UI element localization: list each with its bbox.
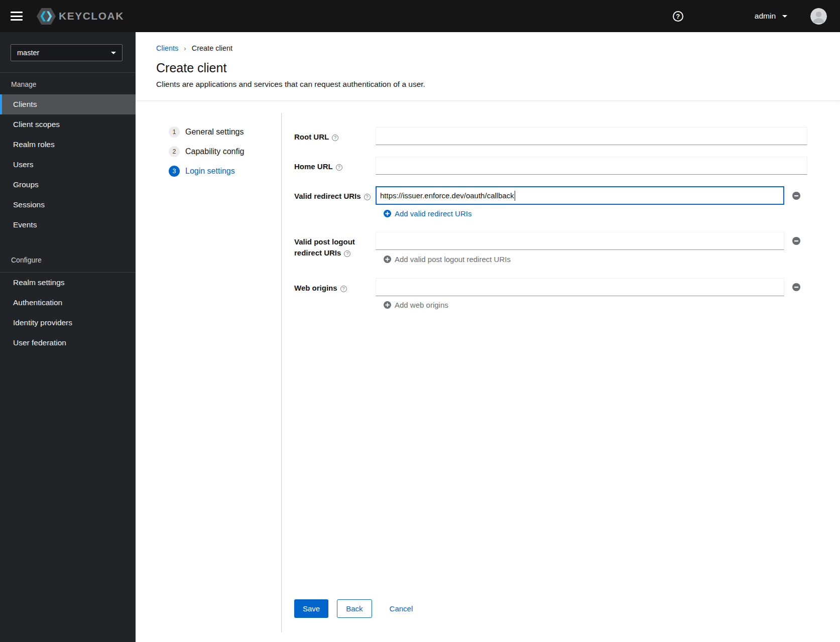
page-description: Clients are applications and services th… xyxy=(156,80,840,89)
add-valid-redirect-uri-button[interactable]: Add valid redirect URIs xyxy=(384,209,471,218)
sidebar-item-users[interactable]: Users xyxy=(0,155,136,175)
plus-circle-icon xyxy=(384,255,391,263)
keycloak-logo-icon xyxy=(37,8,56,25)
question-help-icon[interactable]: ? xyxy=(364,194,371,200)
realm-selector-value: master xyxy=(17,49,39,57)
valid-redirect-uris-label: Valid redirect URIs? xyxy=(294,186,376,218)
breadcrumb-clients-link[interactable]: Clients xyxy=(156,44,178,52)
step-2-indicator: 2 xyxy=(169,146,180,157)
page-title: Create client xyxy=(156,61,840,75)
wizard-step-login-settings[interactable]: 3 Login settings xyxy=(169,166,281,177)
save-button[interactable]: Save xyxy=(294,599,328,618)
step-3-indicator: 3 xyxy=(169,166,180,177)
username: admin xyxy=(755,12,776,21)
sidebar-item-client-scopes[interactable]: Client scopes xyxy=(0,114,136,135)
sidebar-item-identity-providers[interactable]: Identity providers xyxy=(0,313,136,333)
web-origins-label: Web origins? xyxy=(294,278,376,309)
login-settings-form: Root URL? Home URL? Valid redirect URIs? xyxy=(281,113,840,632)
keycloak-logo: KEYCLOAK xyxy=(37,8,124,25)
step-1-indicator: 1 xyxy=(169,126,180,138)
wizard-steps-nav: 1 General settings 2 Capability config 3… xyxy=(136,101,281,642)
add-web-origin-button[interactable]: Add web origins xyxy=(384,301,448,309)
breadcrumb-chevron-icon: › xyxy=(184,45,186,52)
sidebar-item-realm-settings[interactable]: Realm settings xyxy=(0,273,136,293)
masthead-toolbar: ? admin xyxy=(673,8,840,25)
plus-circle-icon xyxy=(384,210,391,217)
page-header: Clients › Create client Create client Cl… xyxy=(136,32,840,101)
web-origins-input[interactable] xyxy=(376,278,784,296)
realm-selector[interactable]: master xyxy=(11,44,123,61)
valid-redirect-uris-input[interactable]: https://issuer.enforce.dev/oauth/callbac… xyxy=(376,186,784,205)
wizard-step-capability-config[interactable]: 2 Capability config xyxy=(169,146,281,157)
masthead: KEYCLOAK ? admin xyxy=(0,0,840,32)
question-help-icon[interactable]: ? xyxy=(340,286,347,292)
question-help-icon[interactable]: ? xyxy=(344,250,350,257)
breadcrumb-current: Create client xyxy=(192,44,232,52)
sidebar-item-user-federation[interactable]: User federation xyxy=(0,333,136,353)
caret-down-icon xyxy=(111,52,116,54)
wizard-step-general-settings[interactable]: 1 General settings xyxy=(169,126,281,138)
sidebar-item-sessions[interactable]: Sessions xyxy=(0,195,136,215)
cancel-button[interactable]: Cancel xyxy=(390,599,413,618)
valid-redirect-uris-row: Valid redirect URIs? https://issuer.enfo… xyxy=(294,186,840,218)
caret-down-icon xyxy=(782,15,787,18)
sidebar: master Manage Clients Client scopes Real… xyxy=(0,32,136,642)
hamburger-menu-icon[interactable] xyxy=(11,12,23,21)
sidebar-item-events[interactable]: Events xyxy=(0,215,136,235)
home-url-input[interactable] xyxy=(376,157,807,175)
wizard: 1 General settings 2 Capability config 3… xyxy=(136,101,840,642)
question-help-icon[interactable]: ? xyxy=(332,135,338,141)
home-url-row: Home URL? xyxy=(294,157,840,175)
avatar[interactable] xyxy=(810,8,827,25)
nav-group-configure: Configure xyxy=(0,235,136,272)
post-logout-redirect-uris-input[interactable] xyxy=(376,232,784,250)
brand-name: KEYCLOAK xyxy=(59,10,124,22)
root-url-row: Root URL? xyxy=(294,127,840,145)
sidebar-item-groups[interactable]: Groups xyxy=(0,175,136,195)
minus-circle-icon[interactable] xyxy=(792,192,800,200)
home-url-label: Home URL? xyxy=(294,157,376,175)
web-origins-row: Web origins? Add web origin xyxy=(294,278,840,309)
add-post-logout-redirect-uri-button[interactable]: Add valid post logout redirect URIs xyxy=(384,255,511,264)
minus-circle-icon[interactable] xyxy=(792,283,800,291)
sidebar-item-clients[interactable]: Clients xyxy=(0,94,136,114)
plus-circle-icon xyxy=(384,301,391,309)
root-url-label: Root URL? xyxy=(294,127,376,145)
back-button[interactable]: Back xyxy=(337,599,372,618)
avatar-placeholder-icon xyxy=(810,8,827,25)
help-icon[interactable]: ? xyxy=(673,11,683,22)
sidebar-item-realm-roles[interactable]: Realm roles xyxy=(0,135,136,155)
nav-group-manage: Manage xyxy=(0,73,136,94)
sidebar-item-authentication[interactable]: Authentication xyxy=(0,293,136,313)
user-dropdown[interactable]: admin xyxy=(755,12,787,21)
main-content: Clients › Create client Create client Cl… xyxy=(136,32,840,642)
breadcrumb: Clients › Create client xyxy=(156,44,840,52)
minus-circle-icon[interactable] xyxy=(792,237,800,245)
form-actions: Save Back Cancel xyxy=(294,599,840,618)
question-help-icon[interactable]: ? xyxy=(336,164,342,171)
text-cursor xyxy=(515,191,516,201)
post-logout-redirect-uris-label: Valid post logout redirect URIs? xyxy=(294,232,376,264)
post-logout-redirect-uris-row: Valid post logout redirect URIs? xyxy=(294,232,840,264)
root-url-input[interactable] xyxy=(376,127,807,145)
